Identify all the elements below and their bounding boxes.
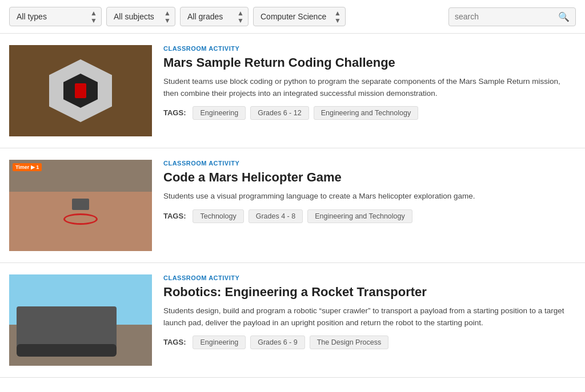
- timer-badge: Timer ▶ 1: [13, 163, 42, 171]
- hexagon-inner: [63, 74, 98, 108]
- crawler-track: [17, 344, 117, 357]
- tag-grades-3[interactable]: Grades 6 - 9: [250, 336, 304, 349]
- tag-subject-2[interactable]: Engineering and Technology: [307, 209, 412, 223]
- tags-label-3: TAGS:: [163, 338, 186, 346]
- crawler-body: [17, 306, 117, 347]
- card-desc-3: Students design, build and program a rob…: [163, 305, 576, 329]
- card-content-2: CLASSROOM ACTIVITY Code a Mars Helicopte…: [163, 160, 576, 223]
- search-icon: 🔍: [558, 11, 570, 22]
- subject-filter[interactable]: Computer ScienceMathematicsScienceEngine…: [253, 7, 346, 26]
- tag-grades-2[interactable]: Grades 4 - 8: [249, 209, 303, 223]
- card-thumbnail-2: Timer ▶ 1: [9, 160, 152, 251]
- search-wrapper: 🔍: [448, 7, 576, 26]
- card-content-1: CLASSROOM ACTIVITY Mars Sample Return Co…: [163, 45, 576, 120]
- card-thumbnail-3: [9, 274, 152, 366]
- types-filter-wrapper: All typesClassroom ActivityLessonVideoAr…: [9, 7, 102, 26]
- card-mars-helicopter: Timer ▶ 1 CLASSROOM ACTIVITY Code a Mars…: [0, 148, 585, 263]
- search-input[interactable]: [455, 12, 555, 21]
- tag-subject-3[interactable]: The Design Process: [310, 336, 389, 349]
- helicopter-shape: [72, 199, 89, 210]
- card-title-3[interactable]: Robotics: Engineering a Rocket Transport…: [163, 285, 576, 300]
- card-title-2[interactable]: Code a Mars Helicopter Game: [163, 170, 576, 185]
- types-filter[interactable]: All typesClassroom ActivityLessonVideoAr…: [9, 7, 102, 26]
- tag-engineering-1[interactable]: Engineering: [193, 106, 246, 120]
- tag-engineering-3[interactable]: Engineering: [193, 336, 246, 349]
- card-type-2: CLASSROOM ACTIVITY: [163, 160, 576, 167]
- tags-label-1: TAGS:: [163, 108, 186, 117]
- card-desc-1: Student teams use block coding or python…: [163, 76, 576, 99]
- card-tags-2: TAGS: Technology Grades 4 - 8 Engineerin…: [163, 209, 576, 223]
- tags-label-2: TAGS:: [163, 212, 186, 220]
- card-tags-1: TAGS: Engineering Grades 6 - 12 Engineer…: [163, 106, 576, 120]
- hexagon-outer: [49, 59, 112, 122]
- led-indicator: [75, 83, 86, 98]
- subjects-filter-wrapper: All subjectsScienceTechnologyEngineering…: [106, 7, 175, 26]
- tag-technology-2[interactable]: Technology: [193, 209, 243, 223]
- subjects-filter[interactable]: All subjectsScienceTechnologyEngineering…: [106, 7, 175, 26]
- card-rocket-transporter: CLASSROOM ACTIVITY Robotics: Engineering…: [0, 263, 585, 378]
- subject-filter-wrapper: Computer ScienceMathematicsScienceEngine…: [253, 7, 346, 26]
- target-oval: [63, 213, 98, 225]
- card-thumbnail-1: [9, 45, 152, 136]
- tag-subject-1[interactable]: Engineering and Technology: [314, 106, 419, 120]
- card-mars-sample-return: CLASSROOM ACTIVITY Mars Sample Return Co…: [0, 34, 585, 148]
- card-title-1[interactable]: Mars Sample Return Coding Challenge: [163, 55, 576, 70]
- grades-filter-wrapper: All gradesK-23-56-89-12 ▲▼: [180, 7, 249, 26]
- card-type-1: CLASSROOM ACTIVITY: [163, 45, 576, 52]
- cards-list: CLASSROOM ACTIVITY Mars Sample Return Co…: [0, 34, 585, 378]
- card-type-3: CLASSROOM ACTIVITY: [163, 274, 576, 281]
- card-desc-2: Students use a visual programming langua…: [163, 191, 576, 202]
- card-content-3: CLASSROOM ACTIVITY Robotics: Engineering…: [163, 274, 576, 349]
- filter-bar: All typesClassroom ActivityLessonVideoAr…: [0, 0, 585, 34]
- card-tags-3: TAGS: Engineering Grades 6 - 9 The Desig…: [163, 336, 576, 349]
- tag-grades-1[interactable]: Grades 6 - 12: [250, 106, 308, 120]
- grades-filter[interactable]: All gradesK-23-56-89-12: [180, 7, 249, 26]
